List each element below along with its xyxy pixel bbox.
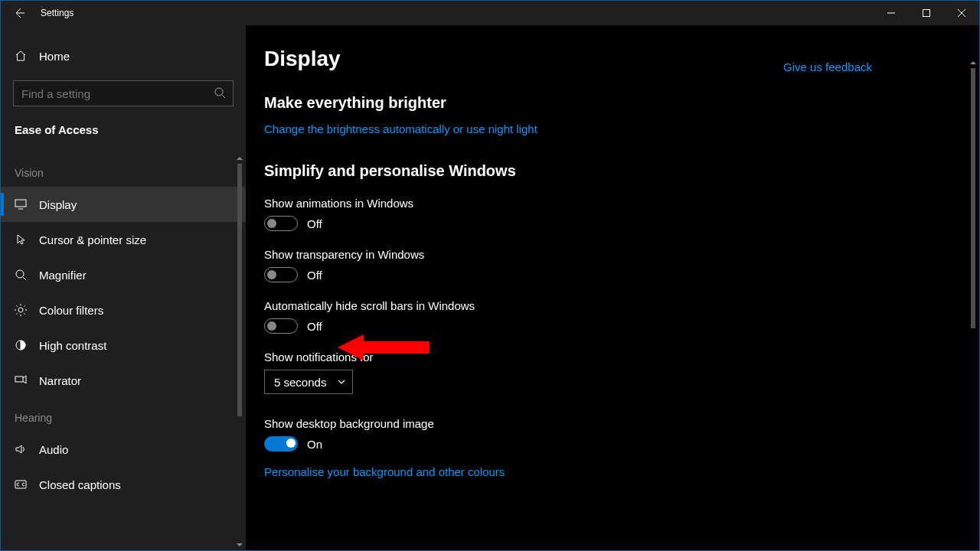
svg-line-18 xyxy=(24,305,24,306)
svg-rect-1 xyxy=(923,10,930,17)
sidebar-home[interactable]: Home xyxy=(1,37,246,74)
toggle-state: Off xyxy=(307,269,322,282)
sidebar: Home Ease of Access Vision Display Curso… xyxy=(1,25,246,550)
home-icon xyxy=(15,50,27,62)
sidebar-group-hearing: Hearing xyxy=(1,398,246,432)
chevron-up-icon[interactable] xyxy=(235,153,244,164)
section-brightness-heading: Make everything brighter xyxy=(264,94,736,112)
chevron-down-icon[interactable] xyxy=(235,540,244,550)
sidebar-item-label: Display xyxy=(39,198,77,211)
content-area: Give us feedback Display Make everything… xyxy=(246,25,979,550)
close-button[interactable] xyxy=(944,1,979,25)
sidebar-item-high-contrast[interactable]: High contrast xyxy=(1,328,246,363)
sidebar-item-audio[interactable]: Audio xyxy=(1,432,246,467)
contrast-icon xyxy=(15,339,27,351)
animations-toggle[interactable] xyxy=(264,216,298,231)
sidebar-item-closed-captions[interactable]: Closed captions xyxy=(1,467,246,502)
setting-hide-scrollbars: Automatically hide scroll bars in Window… xyxy=(264,299,736,334)
sidebar-item-label: High contrast xyxy=(39,339,106,352)
sidebar-item-cursor[interactable]: Cursor & pointer size xyxy=(1,222,246,257)
window-title: Settings xyxy=(38,8,74,18)
setting-label: Show animations in Windows xyxy=(264,197,736,210)
search-input[interactable] xyxy=(13,80,234,106)
maximize-button[interactable] xyxy=(909,1,944,25)
setting-animations: Show animations in Windows Off xyxy=(264,197,736,231)
sidebar-item-label: Cursor & pointer size xyxy=(39,233,146,246)
scrollbar-thumb[interactable] xyxy=(971,68,975,328)
svg-line-16 xyxy=(24,313,24,314)
setting-desktop-background: Show desktop background image On xyxy=(264,417,736,452)
chevron-down-icon xyxy=(337,377,346,386)
section-simplify-heading: Simplify and personalise Windows xyxy=(264,162,736,180)
back-button[interactable] xyxy=(1,1,38,25)
cc-icon xyxy=(15,478,27,491)
cursor-icon xyxy=(15,233,27,246)
setting-label: Show notifications for xyxy=(264,350,736,364)
setting-notifications-duration: Show notifications for 5 seconds xyxy=(264,350,736,394)
page-title: Display xyxy=(264,47,736,71)
sidebar-home-label: Home xyxy=(39,50,70,63)
setting-transparency: Show transparency in Windows Off xyxy=(264,248,736,282)
toggle-state: On xyxy=(307,438,322,451)
setting-label: Show desktop background image xyxy=(264,417,736,430)
sidebar-item-display[interactable]: Display xyxy=(1,187,246,222)
sidebar-item-label: Colour filters xyxy=(39,304,103,317)
dropdown-value: 5 seconds xyxy=(274,376,326,389)
narrator-icon xyxy=(15,374,27,386)
brightness-settings-link[interactable]: Change the brightness automatically or u… xyxy=(264,122,537,135)
personalise-colours-link[interactable]: Personalise your background and other co… xyxy=(264,465,736,478)
setting-label: Automatically hide scroll bars in Window… xyxy=(264,299,736,312)
sidebar-item-label: Magnifier xyxy=(39,269,87,282)
titlebar: Settings xyxy=(1,1,979,25)
magnify-icon xyxy=(15,269,27,281)
toggle-state: Off xyxy=(307,320,322,333)
toggle-state: Off xyxy=(307,217,322,230)
svg-line-5 xyxy=(222,95,225,98)
feedback-link[interactable]: Give us feedback xyxy=(783,60,872,73)
minimize-button[interactable] xyxy=(874,1,909,25)
brightness-icon xyxy=(15,304,27,316)
content-scrollbar[interactable] xyxy=(969,57,978,547)
sidebar-item-label: Audio xyxy=(39,443,68,456)
sidebar-item-narrator[interactable]: Narrator xyxy=(1,363,246,398)
transparency-toggle[interactable] xyxy=(264,267,298,282)
desktop-background-toggle[interactable] xyxy=(264,436,298,452)
chevron-up-icon[interactable] xyxy=(969,57,978,68)
svg-rect-6 xyxy=(15,200,26,207)
hide-scrollbars-toggle[interactable] xyxy=(264,318,298,334)
svg-rect-20 xyxy=(15,377,23,382)
svg-point-8 xyxy=(16,270,24,278)
svg-point-10 xyxy=(18,308,23,312)
sidebar-scrollbar[interactable] xyxy=(235,153,244,550)
audio-icon xyxy=(15,443,27,455)
sidebar-group-vision: Vision xyxy=(1,153,246,187)
monitor-icon xyxy=(15,198,27,210)
notifications-duration-dropdown[interactable]: 5 seconds xyxy=(264,370,353,394)
svg-line-17 xyxy=(16,313,17,314)
sidebar-item-label: Closed captions xyxy=(39,478,121,491)
sidebar-section-title: Ease of Access xyxy=(1,106,246,136)
sidebar-nav: Vision Display Cursor & pointer size Mag… xyxy=(1,153,246,550)
setting-label: Show transparency in Windows xyxy=(264,248,736,261)
sidebar-item-magnifier[interactable]: Magnifier xyxy=(1,257,246,292)
svg-line-15 xyxy=(16,305,17,306)
scrollbar-thumb[interactable] xyxy=(237,164,242,416)
svg-line-9 xyxy=(23,277,26,280)
svg-point-4 xyxy=(215,88,223,96)
search-icon xyxy=(214,86,226,99)
sidebar-item-label: Narrator xyxy=(39,374,81,387)
sidebar-item-colour-filters[interactable]: Colour filters xyxy=(1,292,246,328)
